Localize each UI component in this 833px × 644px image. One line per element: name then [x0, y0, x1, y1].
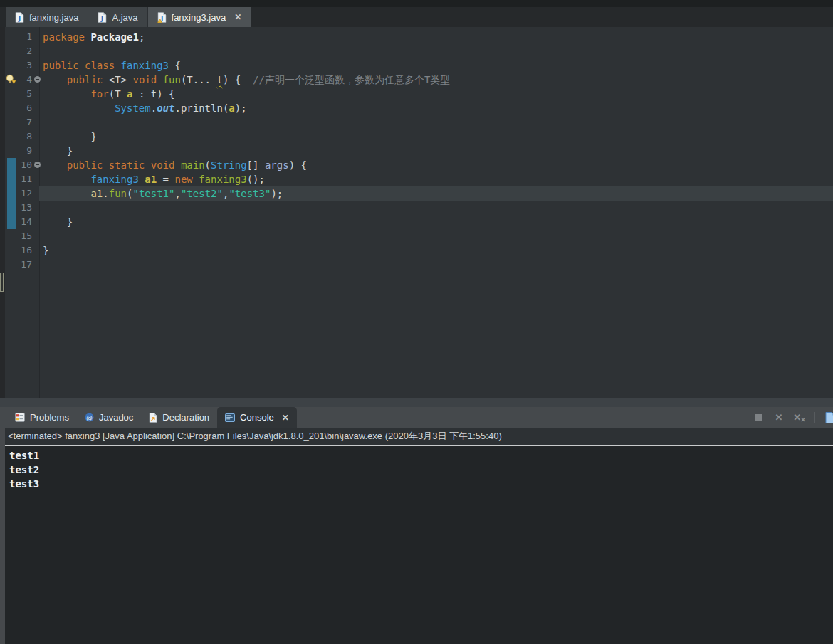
console-output[interactable]: test1test2test3	[5, 446, 833, 644]
code-text: }	[39, 243, 833, 258]
tab-label: A.java	[112, 12, 137, 23]
annotation-column	[5, 130, 19, 144]
line-number: 16	[19, 243, 39, 258]
horizontal-sash[interactable]	[0, 398, 833, 407]
line-number: 1	[19, 30, 39, 44]
code-line-16[interactable]: 16}	[5, 243, 833, 258]
line-number: 11	[19, 172, 39, 186]
console-status-line: <terminated> fanxing3 [Java Application]…	[5, 428, 833, 445]
code-line-10[interactable]: 10 public static void main(String[] args…	[5, 158, 833, 172]
fold-collapse-icon[interactable]	[34, 76, 41, 83]
code-line-1[interactable]: 1package Package1;	[5, 30, 833, 44]
code-text: public class fanxing3 {	[39, 58, 833, 73]
fold-collapse-icon[interactable]	[34, 162, 41, 168]
eclipse-window: Jfanxing.javaJA.javaJfanxing3.java✕ 1pac…	[0, 0, 833, 644]
bottom-panel: Problems@JavadocDeclarationConsole✕ ✕✕✕ …	[0, 407, 833, 644]
tab-label: Javadoc	[99, 412, 133, 423]
code-editor[interactable]: 1package Package1;23public class fanxing…	[0, 27, 833, 398]
code-line-7[interactable]: 7	[5, 115, 833, 130]
line-number: 7	[19, 115, 39, 130]
code-text: }	[39, 144, 833, 158]
code-line-6[interactable]: 6 System.out.println(a);	[5, 101, 833, 115]
code-line-14[interactable]: 14 }	[5, 215, 833, 229]
javadoc-icon: @	[85, 413, 94, 422]
panel-tab-declaration[interactable]: Declaration	[141, 407, 217, 428]
remove-launch-icon[interactable]: ✕	[773, 412, 785, 423]
panel-tab-console[interactable]: Console✕	[217, 407, 297, 428]
console-output-line: test1	[9, 448, 833, 463]
code-text: a1.fun("test1","test2","test3");	[39, 186, 833, 201]
annotation-column	[5, 158, 19, 172]
annotation-column	[5, 258, 19, 272]
code-text	[39, 44, 833, 58]
toolbar-separator	[814, 412, 815, 423]
code-text: }	[39, 130, 833, 144]
code-text: for(T a : t) {	[39, 87, 833, 101]
annotation-column	[5, 58, 19, 73]
code-line-11[interactable]: 11 fanxing3 a1 = new fanxing3();	[5, 172, 833, 186]
annotation-column	[5, 101, 19, 115]
annotation-column	[5, 215, 19, 229]
editor-tabbar: Jfanxing.javaJA.javaJfanxing3.java✕	[0, 7, 833, 27]
line-number: 17	[19, 258, 39, 272]
annotation-column	[5, 144, 19, 158]
annotation-column	[5, 186, 19, 201]
svg-text:J: J	[18, 14, 21, 22]
java-file-icon: J	[157, 12, 167, 23]
panel-tabbar: Problems@JavadocDeclarationConsole✕ ✕✕✕	[0, 407, 833, 428]
code-line-12[interactable]: 12 a1.fun("test1","test2","test3");	[5, 186, 833, 201]
svg-text:@: @	[86, 414, 93, 421]
declaration-icon	[149, 413, 157, 423]
tab-label: fanxing3.java	[172, 12, 226, 23]
close-tab-icon[interactable]: ✕	[282, 413, 289, 423]
minimized-view-marker[interactable]	[0, 273, 4, 292]
tab-label: Declaration	[162, 412, 209, 423]
line-number: 5	[19, 87, 39, 101]
panel-tab-javadoc[interactable]: @Javadoc	[77, 407, 141, 428]
line-number: 15	[19, 229, 39, 243]
annotation-column	[5, 229, 19, 243]
line-number: 2	[19, 44, 39, 58]
line-number: 10	[19, 158, 39, 172]
console-output-line: test3	[9, 477, 833, 491]
line-number: 4	[19, 73, 39, 87]
editor-tab-A.java[interactable]: JA.java	[88, 7, 147, 27]
annotation-column	[5, 30, 19, 44]
panel-tab-problems[interactable]: Problems	[7, 407, 77, 428]
annotation-column	[5, 44, 19, 58]
annotation-column	[5, 201, 19, 215]
open-console-icon[interactable]	[824, 412, 833, 423]
svg-text:J: J	[100, 14, 104, 22]
code-text: System.out.println(a);	[39, 101, 833, 115]
annotation-column	[5, 243, 19, 258]
code-line-9[interactable]: 9 }	[5, 144, 833, 158]
console-output-line: test2	[9, 463, 833, 477]
close-tab-icon[interactable]: ✕	[234, 12, 241, 22]
remove-all-terminated-icon[interactable]: ✕✕	[794, 412, 805, 423]
code-line-3[interactable]: 3public class fanxing3 {	[5, 58, 833, 73]
code-text: fanxing3 a1 = new fanxing3();	[39, 172, 833, 186]
code-text: public static void main(String[] args) {	[39, 158, 833, 172]
editor-tab-fanxing.java[interactable]: Jfanxing.java	[6, 7, 88, 27]
line-number: 13	[19, 201, 39, 215]
code-text	[39, 115, 833, 130]
code-line-4[interactable]: 4 public <T> void fun(T... t) { //声明一个泛型…	[5, 73, 833, 87]
line-number: 3	[19, 58, 39, 73]
code-line-13[interactable]: 13	[5, 201, 833, 215]
code-line-17[interactable]: 17	[5, 258, 833, 272]
line-number: 9	[19, 144, 39, 158]
code-text	[39, 229, 833, 243]
code-line-5[interactable]: 5 for(T a : t) {	[5, 87, 833, 101]
line-number: 6	[19, 101, 39, 115]
tab-label: fanxing.java	[29, 12, 78, 23]
code-text	[39, 201, 833, 215]
annotation-column	[5, 172, 19, 186]
code-line-8[interactable]: 8 }	[5, 130, 833, 144]
code-line-2[interactable]: 2	[5, 44, 833, 58]
terminate-icon[interactable]	[753, 412, 764, 423]
code-text: }	[39, 215, 833, 229]
editor-tab-fanxing3.java[interactable]: Jfanxing3.java✕	[148, 7, 252, 27]
window-top-strip	[0, 0, 833, 7]
problems-icon	[15, 413, 25, 422]
code-line-15[interactable]: 15	[5, 229, 833, 243]
